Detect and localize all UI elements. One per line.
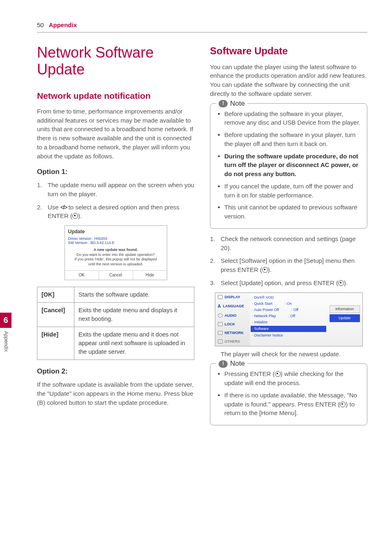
note-label: Note (230, 359, 245, 369)
enter-icon (275, 371, 281, 377)
note-item: Before updating the software in your pla… (218, 109, 361, 128)
option-key: [Hide] (37, 327, 74, 360)
section-side-tab: 6 Appendix (0, 313, 12, 355)
note-box: ! Note Pressing ENTER () while checking … (210, 363, 367, 425)
option2-paragraph: If the software update is available from… (37, 380, 194, 407)
setup-side-item: ALANGUAGE (215, 302, 250, 311)
language-icon: A (218, 303, 221, 310)
breadcrumb: Appendix (49, 21, 77, 30)
option-key: [OK] (37, 287, 74, 303)
option2-heading: Option 2: (37, 367, 194, 377)
step-item: Select [Software] option in the [Setup] … (210, 256, 367, 274)
enter-icon (338, 280, 344, 286)
intro-paragraph: You can update the player using the late… (210, 63, 367, 98)
option-desc: Exits the update menu and it does not ap… (74, 327, 194, 360)
option-table: [OK]Starts the software update. [Cancel]… (37, 287, 194, 360)
enter-icon (72, 213, 78, 219)
dialog-title: Update (65, 226, 167, 236)
network-icon (218, 331, 223, 335)
setup-right-option: Information (330, 305, 360, 313)
step-item: Use </> to select a desired option and t… (37, 203, 194, 221)
setup-right-option-selected: Update (330, 314, 360, 322)
display-icon (218, 295, 223, 299)
setup-side-item: NETWORK (215, 329, 250, 337)
note-item: Pressing ENTER () while checking for the… (218, 369, 361, 388)
others-icon (218, 339, 223, 343)
update-dialog-mock: Update Driver Version : H00203 SW Versio… (65, 225, 167, 280)
note-item: If there is no update available, the Mes… (218, 391, 361, 418)
lock-icon (218, 322, 223, 326)
note-item: Before updating the software in your pla… (218, 130, 361, 149)
table-row: [Hide]Exits the update menu and it does … (37, 327, 194, 360)
section-heading: Software Update (210, 44, 367, 58)
dialog-cancel-button[interactable]: Cancel (99, 271, 133, 280)
option-key: [Cancel] (37, 303, 74, 327)
dialog-message: A new update was found. Do you want to e… (65, 245, 167, 270)
arrow-icon: </> (60, 204, 67, 211)
page-header: 50 Appendix (37, 21, 367, 32)
section-number: 6 (0, 313, 12, 328)
after-setup-text: The player will check for the newest upd… (221, 350, 367, 359)
left-column: Network Software Update Network update n… (37, 44, 194, 431)
table-row: [OK]Starts the software update. (37, 287, 194, 303)
option1-steps: The update menu will appear on the scree… (37, 181, 194, 220)
section-label: Appendix (0, 328, 12, 355)
option-desc: Starts the software update. (74, 287, 194, 303)
option1-heading: Option 1: (37, 167, 194, 177)
table-row: [Cancel]Exits the update menu and displa… (37, 303, 194, 327)
enter-icon (262, 267, 268, 273)
right-column: Software Update You can update the playe… (210, 44, 367, 431)
note-badge-icon: ! (219, 360, 228, 368)
setup-side-item: AUDIO (215, 311, 250, 320)
dialog-sw-version: SW Version : BD.3.62.114.E (65, 241, 167, 245)
dialog-hide-button[interactable]: Hide (133, 271, 167, 280)
dialog-driver-version: Driver Version : H00203 (65, 237, 167, 241)
page-title: Network Software Update (37, 44, 194, 78)
setup-menu-mock: DISPLAY ALANGUAGE AUDIO LOCK NETWORK OTH… (215, 292, 363, 346)
audio-icon (218, 313, 223, 318)
note-item: During the software update procedure, do… (218, 152, 361, 179)
setup-side-item: LOCK (215, 320, 250, 329)
section-heading: Network update notification (37, 90, 194, 102)
step-item: Select [Update] option, and press ENTER … (210, 278, 367, 288)
note-item: This unit cannot be updated to previous … (218, 203, 361, 221)
step-item: The update menu will appear on the scree… (37, 181, 194, 199)
step-item: Check the network connection and setting… (210, 234, 367, 253)
setup-mid-list: · DivX® VOD · Quick Start: On · Auto Pow… (250, 293, 327, 346)
setup-side-item: DISPLAY (215, 293, 250, 302)
note-item: If you cancel the update, turn off the p… (218, 182, 361, 200)
page-number: 50 (37, 21, 44, 30)
note-badge-icon: ! (219, 100, 228, 107)
note-label: Note (230, 99, 245, 109)
dialog-ok-button[interactable]: OK (65, 271, 99, 280)
note-box: ! Note Before updating the software in y… (210, 103, 367, 229)
intro-paragraph: From time to time, performance improveme… (37, 107, 194, 161)
setup-side-item: OTHERS (215, 337, 250, 346)
setup-row-selected: · Software (251, 326, 326, 332)
enter-icon (340, 402, 346, 407)
update-steps: Check the network connection and setting… (210, 234, 367, 288)
option-desc: Exits the update menu and displays it ne… (74, 303, 194, 327)
